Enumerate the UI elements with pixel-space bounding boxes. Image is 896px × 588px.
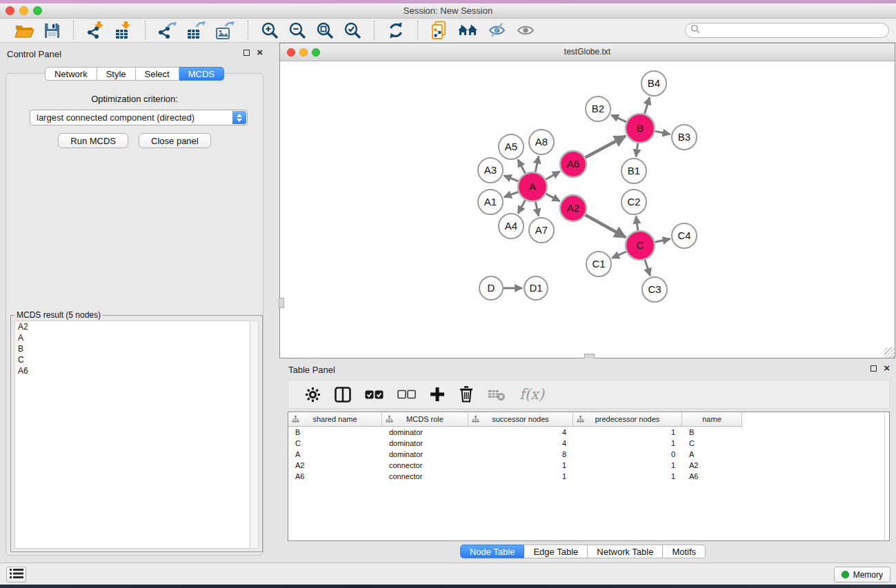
tab-network[interactable]: Network [45, 67, 97, 81]
export-image-icon[interactable] [216, 21, 235, 40]
tab-style[interactable]: Style [97, 67, 136, 81]
close-panel-button[interactable]: Close panel [139, 133, 211, 148]
settings-icon[interactable] [305, 387, 321, 403]
deselect-all-icon[interactable] [397, 389, 416, 400]
column-header-successor-nodes[interactable]: successor nodes [468, 412, 573, 427]
table-cell[interactable]: C [682, 438, 742, 449]
table-cell[interactable]: A2 [682, 460, 742, 471]
delete-icon[interactable] [459, 386, 474, 403]
tab-network-table[interactable]: Network Table [588, 545, 663, 558]
graph-edge-B-B3[interactable] [655, 131, 670, 134]
new-network-from-selection-icon[interactable] [430, 21, 448, 40]
add-icon[interactable] [430, 387, 445, 402]
criterion-dropdown[interactable]: largest connected component (directed) [30, 110, 248, 125]
table-cell[interactable]: A6 [288, 471, 382, 482]
delete-table-icon[interactable] [488, 387, 506, 401]
table-cell[interactable]: dominator [382, 449, 468, 460]
graph-edge-A-A1[interactable] [504, 192, 519, 197]
table-cell[interactable]: 1 [468, 460, 573, 471]
table-cell[interactable]: 4 [468, 438, 573, 449]
zoom-selected-icon[interactable] [344, 21, 361, 39]
column-header-predecessor-nodes[interactable]: predecessor nodes [573, 412, 682, 427]
home-icon[interactable] [458, 22, 479, 39]
tab-node-table[interactable]: Node Table [460, 545, 525, 558]
table-cell[interactable]: dominator [382, 427, 468, 438]
zoom-in-icon[interactable] [261, 21, 279, 39]
tab-edge-table[interactable]: Edge Table [524, 545, 588, 558]
table-cell[interactable]: connector [382, 471, 468, 482]
table-cell[interactable]: 1 [573, 471, 682, 482]
graph-edge-A6-B[interactable] [586, 136, 626, 157]
save-icon[interactable] [43, 22, 61, 39]
table-cell[interactable]: connector [382, 460, 468, 471]
table-cell[interactable]: 1 [468, 471, 573, 482]
table-cell[interactable]: A6 [682, 471, 742, 482]
graph-edge-A2-C[interactable] [586, 215, 626, 238]
columns-icon[interactable] [335, 387, 351, 403]
mcds-result-list[interactable]: A2ABCA6 [14, 321, 250, 549]
node-table[interactable]: shared nameMCDS rolesuccessor nodesprede… [288, 412, 890, 541]
table-row[interactable]: Cdominator41C [288, 438, 889, 449]
table-cell[interactable]: A2 [288, 460, 382, 471]
float-panel-icon[interactable] [243, 50, 250, 56]
network-close-button[interactable] [287, 48, 295, 57]
result-scrollbar[interactable] [250, 321, 259, 549]
table-cell[interactable]: A [682, 449, 742, 460]
column-header-MCDS-role[interactable]: MCDS role [382, 412, 468, 427]
graph-edge-A-A2[interactable] [546, 194, 560, 201]
close-window-button[interactable] [6, 6, 14, 15]
result-item[interactable]: A2 [15, 321, 250, 332]
open-file-icon[interactable] [14, 22, 34, 39]
table-row[interactable]: A2connector11A2 [288, 460, 889, 471]
close-panel-icon[interactable]: × [257, 49, 263, 56]
network-minimize-button[interactable] [299, 48, 308, 57]
export-network-icon[interactable] [158, 21, 177, 40]
function-icon[interactable]: f(x) [519, 386, 544, 403]
result-item[interactable]: B [15, 343, 250, 354]
graph-edge-A-A8[interactable] [535, 156, 539, 172]
hide-network-icon[interactable] [488, 22, 507, 39]
search-box[interactable] [685, 23, 889, 38]
zoom-out-icon[interactable] [288, 21, 306, 39]
column-header-name[interactable]: name [682, 412, 742, 427]
graph-edge-A-A5[interactable] [518, 160, 526, 174]
graph-edge-B-B1[interactable] [636, 143, 638, 156]
table-cell[interactable]: dominator [382, 438, 468, 449]
column-header-shared-name[interactable]: shared name [288, 412, 382, 427]
search-input[interactable] [704, 25, 888, 36]
tab-mcds[interactable]: MCDS [179, 67, 224, 81]
network-graph[interactable]: B4B2BB3A8A5A6A3B1AA1C2A2A4A7C4CC1C3DD1 [280, 61, 895, 358]
table-cell[interactable]: 4 [468, 427, 573, 438]
minimize-window-button[interactable] [19, 6, 28, 15]
import-network-icon[interactable] [86, 21, 105, 40]
table-cell[interactable]: B [682, 427, 742, 438]
graph-edge-A-A6[interactable] [546, 172, 560, 180]
memory-button[interactable]: Memory [834, 567, 890, 582]
result-item[interactable]: A6 [15, 365, 250, 376]
table-cell[interactable]: 1 [573, 427, 682, 438]
table-float-panel-icon[interactable] [870, 365, 877, 372]
graph-edge-A-A7[interactable] [535, 202, 538, 216]
table-cell[interactable]: 0 [573, 449, 682, 460]
graph-edge-A-A4[interactable] [518, 200, 526, 213]
import-table-icon[interactable] [115, 21, 132, 40]
network-maximize-button[interactable] [312, 48, 320, 57]
graph-edge-A-A3[interactable] [504, 176, 519, 181]
tab-motifs[interactable]: Motifs [663, 545, 706, 558]
table-row[interactable]: A6connector11A6 [288, 471, 889, 482]
network-window-titlebar[interactable]: testGlobe.txt [280, 43, 895, 61]
table-cell[interactable]: A [288, 449, 382, 460]
table-cell[interactable]: B [288, 427, 382, 438]
graph-edge-B-B2[interactable] [611, 115, 626, 122]
table-row[interactable]: Adominator80A [288, 449, 889, 460]
result-item[interactable]: A [15, 332, 250, 343]
export-table-icon[interactable] [187, 21, 206, 40]
task-history-button[interactable] [6, 567, 26, 582]
graph-edge-B-B4[interactable] [645, 97, 650, 114]
table-row[interactable]: Bdominator41B [288, 427, 889, 438]
graph-edge-C-C2[interactable] [636, 216, 638, 230]
vertical-scroll-thumb[interactable] [279, 298, 284, 308]
resize-grip[interactable] [884, 347, 895, 358]
network-canvas[interactable]: B4B2BB3A8A5A6A3B1AA1C2A2A4A7C4CC1C3DD1 [280, 61, 895, 358]
maximize-window-button[interactable] [33, 6, 42, 15]
